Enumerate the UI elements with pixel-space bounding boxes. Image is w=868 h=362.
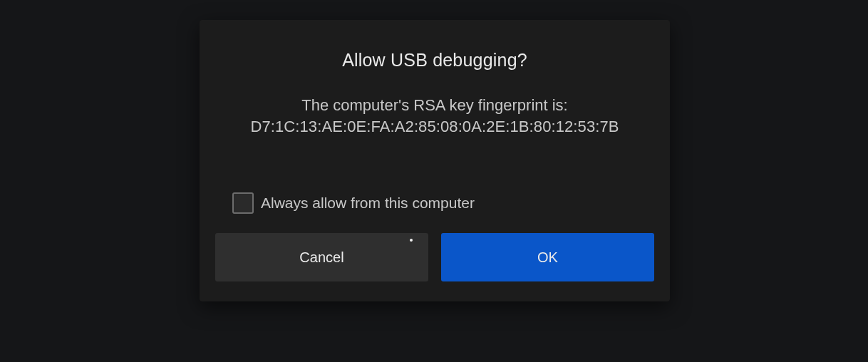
- dialog-message: The computer's RSA key fingerprint is:: [200, 95, 670, 116]
- rsa-fingerprint: D7:1C:13:AE:0E:FA:A2:85:08:0A:2E:1B:80:1…: [200, 116, 670, 138]
- ok-button-label: OK: [537, 249, 558, 265]
- dialog-button-row: Cancel OK: [215, 233, 654, 281]
- dialog-title: Allow USB debugging?: [200, 50, 670, 71]
- checkbox-label: Always allow from this computer: [261, 195, 475, 212]
- screen-backdrop: Allow USB debugging? The computer's RSA …: [0, 0, 868, 362]
- checkbox-icon[interactable]: [232, 192, 254, 214]
- pointer-dot-icon: [410, 239, 413, 242]
- cancel-button-label: Cancel: [299, 249, 343, 265]
- always-allow-checkbox[interactable]: Always allow from this computer: [232, 192, 475, 214]
- ok-button[interactable]: OK: [441, 233, 654, 281]
- cancel-button[interactable]: Cancel: [215, 233, 428, 281]
- usb-debugging-dialog: Allow USB debugging? The computer's RSA …: [200, 20, 670, 301]
